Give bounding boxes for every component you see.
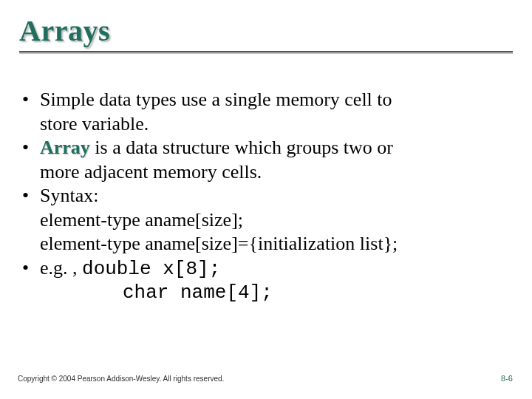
bullet-mark: • xyxy=(19,256,40,282)
bullet-item: • Array is a data structure which groups… xyxy=(19,136,513,160)
bullet-text-cont: store variable. xyxy=(19,112,513,137)
slide-content: • Simple data types use a single memory … xyxy=(19,88,513,305)
code-example: char name[4]; xyxy=(19,281,513,305)
term-array: Array xyxy=(40,137,90,158)
bullet-text-cont: more adjacent memory cells. xyxy=(19,160,513,185)
bullet-text: Simple data types use a single memory ce… xyxy=(40,88,513,112)
bullet-text-after: is a data structure which groups two or xyxy=(90,137,393,158)
slide-title: Arrays xyxy=(19,13,513,48)
bullet-item: • e.g. , double x[8]; xyxy=(19,256,513,282)
bullet-text: Syntax: xyxy=(40,184,513,208)
slide: Arrays • Simple data types use a single … xyxy=(0,0,532,399)
syntax-line: element-type aname[size]={initialization… xyxy=(19,232,513,256)
bullet-mark: • xyxy=(19,136,40,160)
title-underline xyxy=(19,51,513,52)
bullet-text: Array is a data structure which groups t… xyxy=(40,136,513,160)
example-prefix: e.g. , xyxy=(40,257,82,279)
bullet-mark: • xyxy=(19,88,40,112)
page-number: 8-6 xyxy=(501,374,513,383)
bullet-item: • Syntax: xyxy=(19,184,513,208)
copyright-footer: Copyright © 2004 Pearson Addison-Wesley.… xyxy=(18,375,224,383)
bullet-mark: • xyxy=(19,184,40,208)
bullet-item: • Simple data types use a single memory … xyxy=(19,88,513,112)
bullet-text: e.g. , double x[8]; xyxy=(40,256,513,282)
syntax-line: element-type aname[size]; xyxy=(19,208,513,233)
code-example: double x[8]; xyxy=(82,258,220,280)
